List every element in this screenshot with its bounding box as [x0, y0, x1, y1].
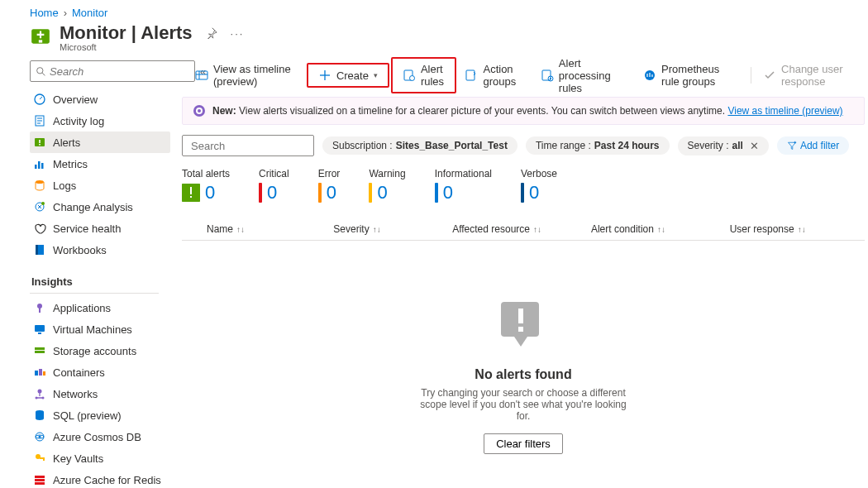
close-icon[interactable]: ✕: [750, 140, 759, 152]
sidebar-item-label: Virtual Machines: [53, 323, 132, 336]
info-icon: [193, 104, 206, 117]
col-severity[interactable]: Severity↑↓: [333, 223, 452, 235]
chevron-down-icon: ▾: [374, 71, 378, 79]
sidebar-item-label: Alerts: [53, 136, 80, 149]
add-filter-button[interactable]: Add filter: [777, 136, 849, 155]
svg-rect-22: [35, 325, 45, 332]
col-response[interactable]: User response↑↓: [730, 223, 856, 235]
filter-time-range[interactable]: Time range : Past 24 hours: [526, 136, 670, 155]
alerts-icon: [33, 136, 46, 149]
svg-rect-41: [35, 482, 45, 485]
action-groups-icon: [465, 69, 478, 82]
sidebar-item-label: Metrics: [53, 158, 88, 170]
sidebar-item-containers[interactable]: Containers: [30, 361, 170, 383]
sidebar-item-storage-accounts[interactable]: Storage accounts: [30, 340, 170, 361]
sidebar-item-label: Key Vaults: [53, 452, 103, 465]
breadcrumb-home[interactable]: Home: [30, 7, 59, 19]
stat-warning[interactable]: Warning 0: [369, 168, 405, 203]
redis-icon: [33, 473, 46, 486]
svg-rect-1: [39, 40, 42, 42]
more-icon[interactable]: ···: [231, 27, 245, 40]
sidebar-item-networks[interactable]: Networks: [30, 383, 170, 404]
create-button[interactable]: Create ▾: [310, 65, 386, 85]
col-condition[interactable]: Alert condition↑↓: [591, 223, 730, 235]
create-label: Create: [336, 69, 369, 82]
alert-rules-highlight: Alert rules: [391, 57, 457, 93]
alert-rules-button[interactable]: Alert rules: [394, 60, 454, 91]
svg-rect-39: [35, 476, 45, 478]
clear-filters-button[interactable]: Clear filters: [484, 433, 563, 454]
plus-icon: [318, 69, 331, 82]
breadcrumb-current[interactable]: Monitor: [72, 7, 107, 19]
processing-label: Alert processing rules: [559, 57, 628, 94]
svg-rect-69: [518, 309, 523, 323]
filter-icon: [787, 141, 797, 151]
sidebar-search-input[interactable]: [50, 65, 189, 78]
sidebar-item-service-health[interactable]: Service health: [30, 218, 170, 239]
sidebar-item-label: Activity log: [53, 115, 104, 127]
svg-rect-46: [196, 71, 207, 79]
sidebar-item-sql-preview-[interactable]: SQL (preview): [30, 404, 170, 426]
banner-link[interactable]: View as timeline (preview): [727, 105, 842, 117]
sidebar-item-change-analysis[interactable]: Change Analysis: [30, 196, 170, 218]
workbooks-icon: [33, 243, 46, 256]
stat-verbose[interactable]: Verbose 0: [521, 168, 557, 203]
alerts-search[interactable]: [182, 135, 314, 156]
sidebar-item-label: Change Analysis: [53, 201, 133, 213]
sidebar-item-label: Azure Cache for Redis: [53, 474, 161, 486]
action-groups-button[interactable]: Action groups: [458, 60, 532, 91]
sidebar-item-virtual-machines[interactable]: Virtual Machines: [30, 318, 170, 340]
stat-error[interactable]: Error 0: [318, 168, 341, 203]
sort-icon: ↑↓: [373, 225, 381, 234]
action-groups-label: Action groups: [483, 63, 525, 88]
change-response-button: Change user response: [756, 60, 861, 91]
pin-icon[interactable]: [206, 27, 217, 39]
sidebar-item-activity-log[interactable]: Activity log: [30, 110, 170, 132]
total-badge-icon: [182, 184, 200, 202]
stat-total[interactable]: Total alerts 0: [182, 168, 230, 203]
networks-icon: [33, 387, 46, 400]
view-timeline-label: View as timeline (preview): [213, 63, 298, 88]
alert-empty-icon: [491, 299, 556, 353]
activity-icon: [33, 114, 46, 127]
alerts-search-input[interactable]: [191, 140, 330, 152]
sidebar-item-key-vaults[interactable]: Key Vaults: [30, 447, 170, 469]
col-resource[interactable]: Affected resource↑↓: [452, 223, 591, 235]
col-name[interactable]: Name↑↓: [190, 223, 333, 235]
rules-icon: [403, 69, 416, 82]
svg-rect-67: [190, 196, 192, 198]
svg-rect-11: [39, 144, 41, 146]
svg-rect-26: [35, 371, 38, 376]
svg-rect-27: [39, 369, 42, 376]
stat-critical[interactable]: Critical 0: [259, 168, 289, 203]
sidebar-search[interactable]: [30, 60, 195, 82]
overview-icon: [33, 93, 46, 106]
containers-icon: [33, 366, 46, 379]
empty-state: No alerts found Try changing your search…: [182, 241, 865, 471]
view-timeline-button[interactable]: View as timeline (preview): [188, 60, 305, 91]
metrics-icon: [33, 157, 46, 170]
sidebar-item-metrics[interactable]: Metrics: [30, 153, 170, 175]
sidebar-item-logs[interactable]: Logs: [30, 175, 170, 196]
filter-severity[interactable]: Severity : all ✕: [678, 136, 769, 155]
svg-point-31: [42, 397, 45, 399]
health-icon: [33, 222, 46, 235]
sidebar-item-overview[interactable]: Overview: [30, 89, 170, 110]
prometheus-button[interactable]: Prometheus rule groups: [637, 60, 746, 91]
sidebar-item-alerts[interactable]: Alerts: [30, 132, 170, 153]
sort-icon: ↑↓: [657, 225, 665, 234]
monitor-icon: [30, 26, 51, 47]
svg-rect-37: [40, 457, 45, 459]
sidebar-item-azure-cosmos-db[interactable]: Azure Cosmos DB: [30, 426, 170, 447]
sidebar-item-azure-cache-for-redis[interactable]: Azure Cache for Redis: [30, 469, 170, 488]
sidebar-item-label: Networks: [53, 388, 98, 400]
sidebar-item-applications[interactable]: Applications: [30, 297, 170, 318]
svg-point-60: [198, 109, 201, 112]
stat-informational[interactable]: Informational 0: [435, 168, 492, 203]
sidebar-item-workbooks[interactable]: Workbooks: [30, 239, 170, 261]
empty-message: Try changing your search or choose a dif…: [416, 387, 631, 422]
svg-rect-19: [36, 245, 38, 255]
svg-rect-14: [41, 163, 44, 169]
sidebar-item-label: Overview: [53, 93, 98, 106]
filter-subscription[interactable]: Subscription : Sites_Base_Portal_Test: [322, 136, 517, 155]
